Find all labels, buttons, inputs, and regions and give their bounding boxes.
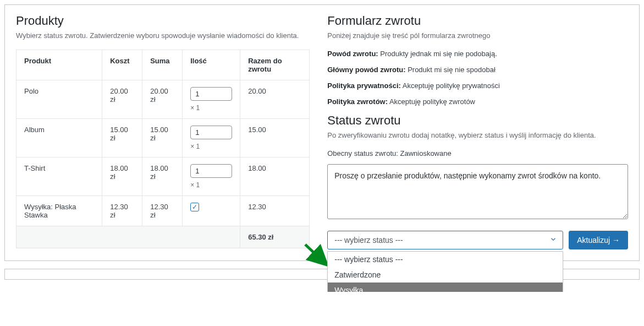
col-cost: Koszt: [102, 50, 142, 80]
chevron-down-icon: [549, 236, 557, 245]
main-panel: Produkty Wybierz status zwrotu. Zatwierd…: [4, 4, 640, 261]
current-status-value: Zawnioskowane: [400, 149, 451, 157]
form-field-label: Polityka prywatności:: [327, 82, 401, 90]
form-title: Formularz zwrotu: [327, 14, 628, 28]
form-field-line: Polityka prywatności: Akceptuję politykę…: [327, 82, 628, 90]
cell-cost: 20.00 zł: [102, 80, 142, 119]
status-dropdown[interactable]: --- wybierz status ---ZatwierdzoneWysyłk…: [327, 251, 563, 292]
cell-product: T-Shirt: [16, 157, 102, 196]
cell-total: 18.00: [240, 157, 310, 196]
cell-cost: 18.00 zł: [102, 157, 142, 196]
qty-multiplier: × 1: [190, 104, 232, 112]
table-row: T-Shirt18.00 zł18.00 zł× 118.00: [16, 157, 310, 196]
cell-product: Polo: [16, 80, 102, 119]
qty-multiplier: × 1: [190, 181, 232, 189]
form-field-label: Powód zwrotu:: [327, 50, 378, 58]
form-field-label: Polityka zwrotów:: [327, 97, 388, 106]
cell-total: 12.30: [240, 196, 310, 226]
cell-qty: × 1: [183, 119, 240, 157]
table-row: Wysyłka: Płaska Stawka12.30 zł12.30 zł✓1…: [16, 196, 310, 226]
qty-input[interactable]: [190, 164, 232, 178]
qty-multiplier: × 1: [190, 143, 232, 150]
col-total: Razem do zwrotu: [240, 50, 310, 80]
current-status-label: Obecny status zwrotu:: [327, 149, 398, 157]
cell-total: 15.00: [240, 119, 310, 157]
shipping-checkbox[interactable]: ✓: [190, 203, 199, 211]
form-field-line: Polityka zwrotów: Akceptuję politykę zwr…: [327, 97, 628, 106]
status-select[interactable]: --- wybierz status --- --- wybierz statu…: [327, 231, 563, 249]
update-button[interactable]: Aktualizuj →: [569, 231, 628, 249]
cell-product: Wysyłka: Płaska Stawka: [16, 196, 102, 226]
cell-qty: × 1: [183, 80, 240, 119]
col-sum: Suma: [142, 50, 183, 80]
table-row: Polo20.00 zł20.00 zł× 120.00: [16, 80, 310, 119]
return-form-column: Formularz zwrotu Poniżej znajduje się tr…: [327, 14, 628, 249]
status-title: Status zwrotu: [327, 113, 628, 128]
qty-input[interactable]: [190, 87, 232, 101]
qty-input[interactable]: [190, 126, 232, 139]
cell-qty: × 1: [183, 157, 240, 196]
form-field-line: Powód zwrotu: Produkty jednak mi się nie…: [327, 50, 628, 58]
cell-cost: 15.00 zł: [102, 119, 142, 157]
form-field-line: Główny powód zwrotu: Produkt mi się nie …: [327, 66, 628, 74]
form-field-value: Akceptuję politykę prywatności: [403, 82, 500, 90]
col-qty: Ilość: [183, 50, 240, 80]
grand-total: 65.30 zł: [240, 226, 310, 248]
status-subtitle: Po zweryfikowaniu zwrotu dodaj notatkę, …: [327, 131, 628, 139]
status-option[interactable]: Zatwierdzone: [328, 267, 563, 282]
products-column: Produkty Wybierz status zwrotu. Zatwierd…: [16, 14, 310, 249]
cell-product: Album: [16, 119, 102, 157]
cell-qty: ✓: [183, 196, 240, 226]
form-subtitle: Poniżej znajduje się treść pól formularz…: [327, 31, 628, 40]
form-field-value: Produkt mi się nie spodobał: [408, 66, 496, 74]
products-table: Produkt Koszt Suma Ilość Razem do zwrotu…: [16, 50, 310, 248]
cell-cost: 12.30 zł: [102, 196, 142, 226]
note-textarea[interactable]: [327, 164, 628, 219]
table-row: Album15.00 zł15.00 zł× 115.00: [16, 119, 310, 157]
cell-total: 20.00: [240, 80, 310, 119]
status-option[interactable]: Wysyłka: [328, 282, 563, 292]
cell-sum: 20.00 zł: [142, 80, 183, 119]
current-status: Obecny status zwrotu: Zawnioskowane: [327, 149, 628, 157]
col-product: Produkt: [16, 50, 102, 80]
cell-sum: 18.00 zł: [142, 157, 183, 196]
form-field-value: Akceptuję politykę zwrotów: [389, 97, 475, 106]
status-option[interactable]: --- wybierz status ---: [328, 252, 563, 267]
products-title: Produkty: [16, 14, 310, 28]
cell-sum: 12.30 zł: [142, 196, 183, 226]
products-subtitle: Wybierz status zwrotu. Zatwierdzenie wyb…: [16, 31, 310, 40]
cell-sum: 15.00 zł: [142, 119, 183, 157]
status-select-value: --- wybierz status ---: [334, 236, 403, 244]
form-field-value: Produkty jednak mi się nie podobają.: [380, 50, 497, 58]
form-field-label: Główny powód zwrotu:: [327, 66, 405, 74]
